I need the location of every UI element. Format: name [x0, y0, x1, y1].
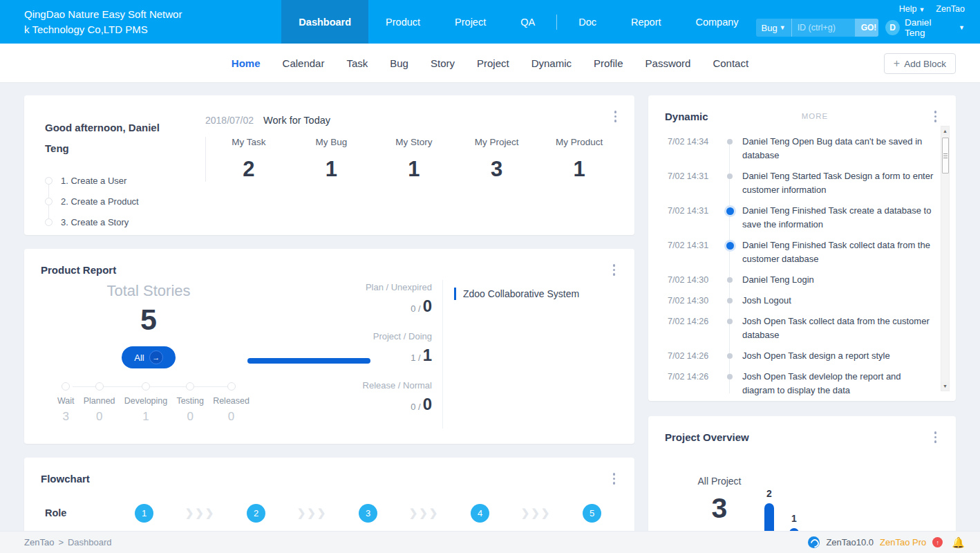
- more-link[interactable]: MORE: [802, 112, 829, 120]
- block-title: Dynamic: [665, 111, 708, 122]
- stat-my-story[interactable]: My Story 1: [373, 137, 455, 182]
- topnav-project[interactable]: Project: [437, 0, 503, 44]
- circle-icon: [45, 218, 53, 226]
- scrollbar[interactable]: ▲ ▼: [941, 126, 950, 391]
- add-block-button[interactable]: + Add Block: [884, 53, 956, 74]
- topnav-qa[interactable]: QA: [503, 0, 552, 44]
- vertical-divider: [442, 280, 443, 429]
- footer: ZenTao > Dashboard ZenTao10.0 ZenTao Pro…: [0, 531, 980, 553]
- tab-project[interactable]: Project: [466, 57, 520, 69]
- project-mini-bar-chart: 2 1: [764, 485, 935, 531]
- topnav-dashboard[interactable]: Dashboard: [281, 0, 368, 44]
- block-menu-icon[interactable]: [612, 109, 620, 124]
- tab-story[interactable]: Story: [420, 57, 466, 69]
- timeline-item: 7/02 14:34 Daniel Teng Open Bug data can…: [668, 135, 935, 162]
- breadcrumb-root[interactable]: ZenTao: [24, 537, 54, 547]
- topnav-divider: [556, 15, 557, 30]
- list-item[interactable]: 1. Create a User: [45, 170, 182, 191]
- list-item[interactable]: 2. Create a Product: [45, 191, 182, 212]
- global-search: Bug▼ GO!: [756, 19, 879, 37]
- timeline-dot-icon: [727, 277, 733, 283]
- bar: [764, 503, 774, 531]
- circle-icon: [186, 382, 194, 391]
- avatar: D: [885, 20, 900, 35]
- project-overview-block: Project Overview All Project 3 2 1: [648, 416, 956, 531]
- zentao-logo-icon[interactable]: [808, 536, 820, 548]
- tab-profile[interactable]: Profile: [583, 57, 634, 69]
- notification-bell-icon[interactable]: 🔔: [952, 536, 965, 549]
- circle-icon: [142, 382, 150, 391]
- arrow-right-icon: →: [149, 350, 163, 364]
- metric-plan-unexpired: Plan / Unexpired 0 /0: [252, 282, 432, 316]
- user-menu[interactable]: D Daniel Teng ▼: [885, 17, 965, 38]
- timeline-item: 7/02 14:31 Daniel Teng Finished Task col…: [668, 238, 935, 266]
- blue-tick-marker: [454, 288, 456, 300]
- block-title: Product Report: [41, 264, 116, 276]
- all-project-stat[interactable]: All Project 3: [681, 476, 757, 525]
- circle-icon: [45, 177, 53, 185]
- chevrons-right-icon: ❯❯❯: [297, 507, 328, 519]
- timeline-item: 7/02 14:31 Daniel Teng Started Task Desi…: [668, 169, 935, 197]
- topnav-company[interactable]: Company: [679, 0, 756, 44]
- scroll-up-icon[interactable]: ▲: [941, 126, 949, 135]
- block-menu-icon[interactable]: [932, 430, 940, 444]
- stat-my-bug[interactable]: My Bug 1: [290, 137, 373, 182]
- flow-step-1[interactable]: 1: [135, 504, 153, 523]
- all-stories-button[interactable]: All →: [122, 346, 176, 368]
- tab-task[interactable]: Task: [335, 57, 379, 69]
- topnav-doc[interactable]: Doc: [561, 0, 614, 44]
- flow-step-3[interactable]: 3: [359, 504, 377, 523]
- doing-progress-bar: [247, 358, 370, 364]
- flowchart-block: Flowchart Role 1 ❯❯❯ 2 ❯❯❯ 3 ❯❯❯ 4 ❯❯❯ 5: [24, 458, 634, 531]
- timeline-item: 7/02 14:30 Josh Logout: [668, 294, 935, 308]
- zentao-pro-link[interactable]: ZenTao Pro: [880, 537, 926, 547]
- timeline-dot-icon: [726, 242, 734, 250]
- total-stories-value: 5: [45, 303, 252, 337]
- sub-nav: Home Calendar Task Bug Story Project Dyn…: [0, 44, 980, 83]
- timeline-item: 7/02 14:26 Josh Open Task collect data f…: [668, 315, 935, 342]
- app-title: QingDao Nature Easy Soft Networ k Techno…: [0, 0, 281, 44]
- search-go-button[interactable]: GO!: [855, 19, 878, 37]
- search-input[interactable]: [791, 19, 855, 37]
- block-menu-icon[interactable]: [932, 109, 940, 124]
- tab-password[interactable]: Password: [634, 57, 702, 69]
- tab-home[interactable]: Home: [220, 57, 272, 69]
- greeting-title: Good afternoon, Daniel Teng: [45, 118, 180, 159]
- chevron-down-icon: ▼: [959, 24, 965, 31]
- product-list-item[interactable]: Zdoo Collaborative System: [454, 288, 579, 300]
- breadcrumb-separator: >: [58, 537, 64, 547]
- timeline-dot-icon: [727, 139, 733, 144]
- pipeline-step-wait: Wait 3: [57, 382, 75, 424]
- scrollbar-thumb[interactable]: [942, 138, 949, 174]
- header-right: Help▼ ZenTao Bug▼ GO! D Daniel Teng ▼: [756, 0, 980, 44]
- scroll-down-icon[interactable]: ▼: [941, 382, 949, 391]
- block-menu-icon[interactable]: [610, 471, 619, 486]
- help-menu[interactable]: Help▼: [899, 4, 925, 14]
- tab-contact[interactable]: Contact: [701, 57, 760, 69]
- timeline-item: 7/02 14:30 Daniel Teng Login: [668, 273, 935, 287]
- flow-step-5[interactable]: 5: [583, 504, 601, 523]
- topnav-product[interactable]: Product: [368, 0, 437, 44]
- flow-step-2[interactable]: 2: [247, 504, 265, 523]
- timeline-dot-icon: [727, 319, 733, 324]
- upgrade-badge-icon[interactable]: ↑: [932, 537, 943, 547]
- brand-link[interactable]: ZenTao: [936, 4, 965, 14]
- metric-release-normal: Release / Normal 0 /0: [252, 380, 432, 414]
- search-module-select[interactable]: Bug▼: [756, 19, 791, 37]
- stat-my-product[interactable]: My Product 1: [538, 137, 621, 182]
- block-menu-icon[interactable]: [610, 263, 619, 277]
- tab-bug[interactable]: Bug: [379, 57, 420, 69]
- stat-my-task[interactable]: My Task 2: [207, 137, 290, 182]
- getting-started-list: 1. Create a User 2. Create a Product 3. …: [45, 170, 182, 232]
- timeline-dot-icon: [727, 174, 733, 179]
- list-item[interactable]: 3. Create a Story: [45, 212, 182, 232]
- story-pipeline: Wait 3 Planned 0 Developing 1 Testing 0: [57, 382, 249, 424]
- tab-dynamic[interactable]: Dynamic: [520, 57, 583, 69]
- timeline-item: 7/02 14:31 Daniel Teng Finished Task cre…: [668, 204, 935, 232]
- stat-my-project[interactable]: My Project 3: [455, 137, 538, 182]
- topnav-report[interactable]: Report: [614, 0, 679, 44]
- tab-calendar[interactable]: Calendar: [272, 57, 336, 69]
- today-stats: My Task 2 My Bug 1 My Story 1 My Project…: [205, 137, 621, 182]
- top-header: QingDao Nature Easy Soft Networ k Techno…: [0, 0, 980, 44]
- flow-step-4[interactable]: 4: [471, 504, 489, 523]
